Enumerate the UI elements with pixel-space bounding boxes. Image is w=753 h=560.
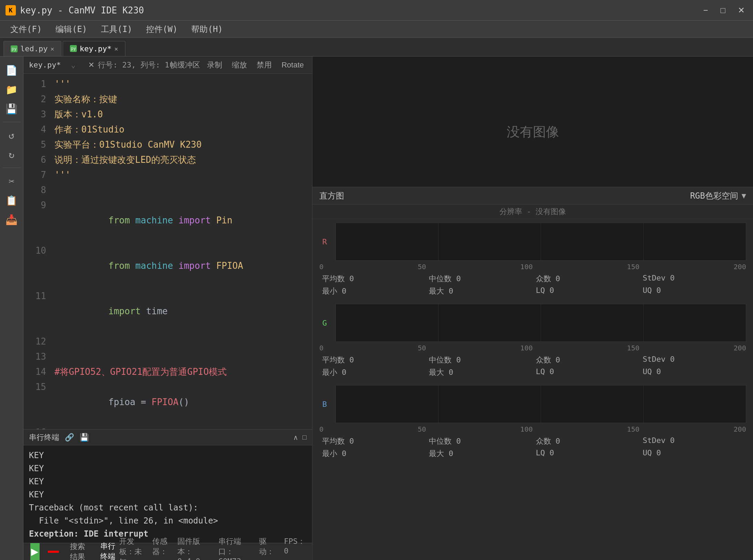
code-line-14: 14 #将GPIO52、GPIO21配置为普通GPIO模式 <box>23 364 312 379</box>
color-space-dropdown[interactable]: ▼ <box>742 191 746 200</box>
tab-led-py[interactable]: py led.py ✕ <box>3 41 61 56</box>
r-min-label: 最小 0 <box>319 285 425 297</box>
sidebar-new-file[interactable]: 📄 <box>3 62 20 78</box>
tab-icon-key: py <box>70 45 77 52</box>
r-lq-label: LQ 0 <box>533 285 639 297</box>
g-stdev-label: StDev 0 <box>640 354 746 366</box>
r-avg-label: 平均数 0 <box>319 273 425 285</box>
terminal-collapse[interactable]: ∧ <box>293 433 298 442</box>
tab-close-key[interactable]: ✕ <box>114 45 118 52</box>
line-content-16: fpioa.set_function(52,FPIOA.GPIO52) <box>54 425 307 429</box>
bottom-bar: ▶ 搜索结果 串行终端 开发板：未知 传感器： 固件版本：0.4.0 串行端口：… <box>23 543 312 560</box>
resolution-label: 分辨率 - 没有图像 <box>312 204 753 219</box>
sidebar-undo[interactable]: ↺ <box>3 127 20 144</box>
hist-x-axis-g: 050100150200 <box>319 343 746 353</box>
b-mode-label: 众数 0 <box>533 435 639 447</box>
sidebar-cut[interactable]: ✂ <box>3 173 20 189</box>
terminal-icon-save[interactable]: 💾 <box>80 433 89 442</box>
line-num-16: 16 <box>29 425 46 429</box>
status-sensor: 传感器： <box>152 536 168 560</box>
r-mode-label: 众数 0 <box>533 273 639 285</box>
terminal-body[interactable]: KEY KEY KEY KEY Traceback (most recent c… <box>23 445 312 543</box>
menu-controls[interactable]: 控件(W) <box>140 22 184 37</box>
code-line-16: 16 fpioa.set_function(52,FPIOA.GPIO52) <box>23 425 312 429</box>
line-num-12: 12 <box>29 334 46 349</box>
record-button[interactable]: 录制 <box>204 59 225 72</box>
terminal-line-1: KEY <box>29 449 307 462</box>
rotate-button[interactable]: Rotate <box>279 59 307 71</box>
right-panel: 没有图像 直方图 RGB色彩空间 ▼ 分辨率 - 没有图像 R <box>312 56 753 560</box>
zoom-button[interactable]: 缩放 <box>229 59 250 72</box>
line-content-2: 实验名称：按键 <box>54 92 307 107</box>
hist-channel-r: R 050100150200 平均数 0 中位数 0 众数 0 <box>312 219 753 300</box>
code-line-10: 10 from machine import FPIOA <box>23 243 312 288</box>
terminal-line-4: KEY <box>29 488 307 501</box>
histogram-title: 直方图 <box>319 190 344 201</box>
status-board: 开发板：未知 <box>119 536 143 560</box>
r-uq-label: UQ 0 <box>640 285 746 297</box>
hist-svg-r <box>336 223 746 260</box>
minimize-button[interactable]: − <box>700 4 711 17</box>
line-content-11: import time <box>54 288 307 334</box>
hist-graph-g <box>336 304 746 342</box>
bottom-tab-terminal[interactable]: 串行终端 <box>97 540 119 560</box>
terminal-header-left: 串行终端 🔗 💾 <box>29 432 89 443</box>
status-fps: FPS：0 <box>284 536 305 560</box>
line-content-14: #将GPIO52、GPIO21配置为普通GPIO模式 <box>54 364 307 379</box>
menu-tools[interactable]: 工具(I) <box>95 22 138 37</box>
hist-graph-b <box>336 385 746 423</box>
bottom-tab-search[interactable]: 搜索结果 <box>67 540 89 560</box>
maximize-button[interactable]: □ <box>718 4 729 17</box>
b-avg-label: 平均数 0 <box>319 435 425 447</box>
line-content-1: ''' <box>54 76 307 92</box>
status-firmware: 固件版本：0.4.0 <box>177 536 209 560</box>
channel-r-label: R <box>319 237 330 246</box>
code-line-11: 11 import time <box>23 288 312 334</box>
r-stdev-label: StDev 0 <box>640 273 746 285</box>
window-controls: − □ ✕ <box>700 4 747 17</box>
sidebar-save[interactable]: 💾 <box>3 101 20 117</box>
editor-header-actions: 帧缓冲区 录制 缩放 禁用 Rotate <box>170 59 307 72</box>
sidebar-copy[interactable]: 📋 <box>3 192 20 209</box>
editor-header: key.py* ⌄ ✕ 行号: 23, 列号: 1 帧缓冲区 录制 缩放 禁用 … <box>23 56 312 74</box>
close-button[interactable]: ✕ <box>735 4 747 17</box>
code-line-6: 6 说明：通过按键改变LED的亮灭状态 <box>23 152 312 167</box>
editor-filename: key.py* ⌄ ✕ <box>29 59 97 71</box>
hist-svg-g <box>336 304 746 341</box>
sidebar-paste[interactable]: 📥 <box>3 211 20 228</box>
cursor-position: 行号: 23, 列号: 1 <box>98 60 169 70</box>
tab-key-py[interactable]: py key.py* ✕ <box>63 41 125 56</box>
menu-help[interactable]: 帮助(H) <box>185 22 229 37</box>
line-num-4: 4 <box>29 122 46 137</box>
editor-close-btn[interactable]: ✕ <box>85 59 97 71</box>
line-num-5: 5 <box>29 137 46 152</box>
sidebar-redo[interactable]: ↻ <box>3 146 20 163</box>
menu-bar: 文件(F) 编辑(E) 工具(I) 控件(W) 帮助(H) <box>0 21 753 38</box>
b-min-label: 最小 0 <box>319 448 425 459</box>
run-button[interactable]: ▶ <box>30 543 40 560</box>
sidebar-sep-2 <box>2 168 21 168</box>
line-content-7: ''' <box>54 167 307 182</box>
tab-bar: py led.py ✕ py key.py* ✕ <box>0 38 753 56</box>
code-line-12: 12 <box>23 334 312 349</box>
terminal-maximize[interactable]: □ <box>302 433 307 442</box>
hist-stats-r: 平均数 0 中位数 0 众数 0 StDev 0 最小 0 最大 0 LQ 0 … <box>319 272 746 298</box>
menu-file[interactable]: 文件(F) <box>4 22 48 37</box>
code-editor[interactable]: 1 ''' 2 实验名称：按键 3 版本：v1.0 4 作者：01Studio … <box>23 74 312 429</box>
line-num-14: 14 <box>29 364 46 379</box>
r-max-label: 最大 0 <box>426 285 532 297</box>
hist-stats-b: 平均数 0 中位数 0 众数 0 StDev 0 最小 0 最大 0 LQ 0 … <box>319 434 746 461</box>
line-num-11: 11 <box>29 288 46 304</box>
title-bar-left: K key.py - CanMV IDE K230 <box>6 5 144 15</box>
terminal-tab-label[interactable]: 串行终端 <box>29 432 59 443</box>
b-stdev-label: StDev 0 <box>640 435 746 447</box>
terminal-icon-connect[interactable]: 🔗 <box>65 433 74 442</box>
code-line-3: 3 版本：v1.0 <box>23 107 312 122</box>
hist-svg-b <box>336 385 746 423</box>
disable-button[interactable]: 禁用 <box>254 59 275 72</box>
tab-close-led[interactable]: ✕ <box>50 45 54 52</box>
sidebar-open-folder[interactable]: 📁 <box>3 81 20 98</box>
hist-channel-g: G 050100150200 平均数 0 中位数 0 众数 0 <box>312 300 753 382</box>
histogram-area: 直方图 RGB色彩空间 ▼ 分辨率 - 没有图像 R <box>312 187 753 560</box>
menu-edit[interactable]: 编辑(E) <box>49 22 93 37</box>
